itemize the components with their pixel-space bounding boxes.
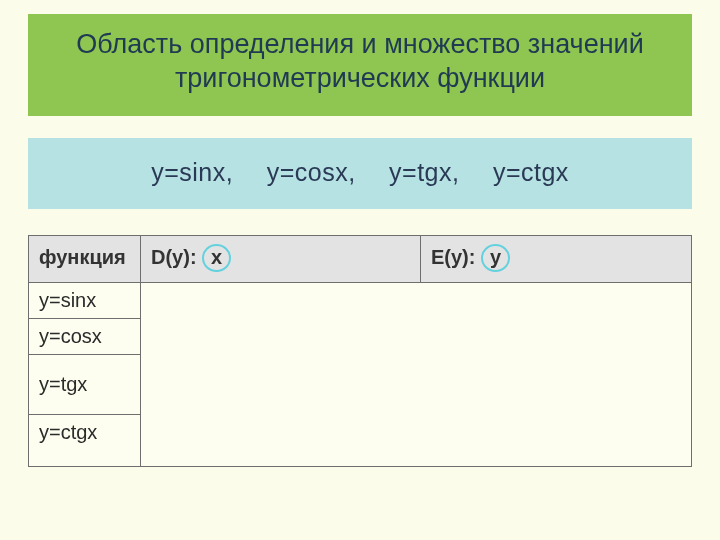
func-item: y=ctgx bbox=[493, 158, 569, 186]
functions-band: y=sinx, y=cosx, y=tgx, y=ctgx bbox=[28, 138, 692, 209]
col-header-function: функция bbox=[29, 235, 141, 282]
functions-list: y=sinx, y=cosx, y=tgx, y=ctgx bbox=[151, 158, 569, 186]
domain-prefix: D(y): bbox=[151, 246, 202, 268]
table-header-row: функция D(y): x E(y): y bbox=[29, 235, 692, 282]
func-item: y=sinx, bbox=[151, 158, 233, 186]
func-item: y=cosx, bbox=[267, 158, 356, 186]
table: функция D(y): x E(y): y y=sinx y=cosx y=… bbox=[28, 235, 692, 467]
col-header-range: E(y): y bbox=[421, 235, 692, 282]
title-banner: Область определения и множество значений… bbox=[28, 14, 692, 116]
col-header-domain: D(y): x bbox=[141, 235, 421, 282]
page-title: Область определения и множество значений… bbox=[40, 28, 680, 96]
cell-blank-merged bbox=[141, 282, 692, 466]
cell-func: y=tgx bbox=[29, 354, 141, 414]
trig-table: функция D(y): x E(y): y y=sinx y=cosx y=… bbox=[28, 235, 692, 467]
cell-func: y=cosx bbox=[29, 318, 141, 354]
table-row: y=sinx bbox=[29, 282, 692, 318]
domain-variable-circled: x bbox=[202, 244, 231, 272]
range-variable-circled: y bbox=[481, 244, 510, 272]
cell-func: y=sinx bbox=[29, 282, 141, 318]
cell-func: y=ctgx bbox=[29, 414, 141, 466]
func-item: y=tgx, bbox=[389, 158, 459, 186]
range-prefix: E(y): bbox=[431, 246, 481, 268]
